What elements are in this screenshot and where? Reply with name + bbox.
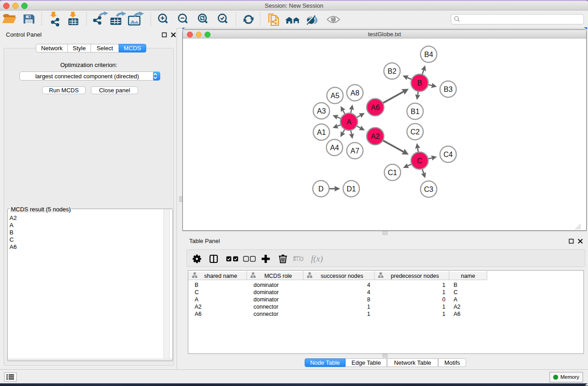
- svg-text:C1: C1: [388, 169, 397, 176]
- svg-text:A2: A2: [371, 133, 380, 140]
- svg-text:A1: A1: [317, 129, 326, 136]
- svg-text:B: B: [417, 79, 422, 87]
- svg-text:A8: A8: [350, 89, 359, 97]
- svg-text:name: name: [461, 273, 475, 279]
- svg-text:B2: B2: [387, 67, 397, 75]
- svg-text:1: 1: [442, 282, 445, 288]
- svg-text:B: B: [195, 282, 198, 288]
- svg-text:A2: A2: [195, 304, 201, 310]
- svg-text:connector: connector: [253, 304, 278, 310]
- svg-text:dominator: dominator: [253, 296, 279, 303]
- svg-text:A6: A6: [454, 311, 460, 317]
- svg-text:predecessor nodes: predecessor nodes: [391, 273, 439, 279]
- svg-text:4: 4: [367, 282, 370, 288]
- svg-text:A6: A6: [195, 311, 201, 317]
- svg-text:C: C: [195, 289, 199, 295]
- svg-text:0: 0: [442, 296, 445, 303]
- svg-text:successor nodes: successor nodes: [321, 273, 363, 279]
- svg-text:1: 1: [442, 311, 445, 317]
- svg-text:B: B: [454, 282, 457, 288]
- svg-text:A4: A4: [330, 144, 339, 152]
- svg-text:connector: connector: [253, 311, 278, 317]
- svg-text:A: A: [454, 296, 458, 303]
- svg-text:B1: B1: [411, 108, 420, 115]
- svg-text:1: 1: [367, 304, 370, 310]
- svg-text:MCDS role: MCDS role: [264, 273, 292, 279]
- svg-text:C3: C3: [424, 186, 434, 193]
- svg-text:A7: A7: [350, 147, 359, 155]
- svg-text:B4: B4: [424, 51, 433, 58]
- svg-text:A: A: [347, 118, 352, 126]
- svg-text:A6: A6: [371, 104, 380, 111]
- svg-text:dominator: dominator: [253, 289, 279, 295]
- svg-text:dominator: dominator: [253, 282, 279, 288]
- svg-text:C4: C4: [444, 151, 453, 158]
- svg-text:C2: C2: [411, 128, 420, 136]
- svg-text:A2: A2: [454, 304, 460, 310]
- svg-text:C: C: [417, 157, 422, 165]
- svg-text:1: 1: [367, 311, 370, 317]
- svg-text:A5: A5: [330, 92, 339, 100]
- svg-text:D: D: [318, 185, 324, 193]
- svg-text:shared name: shared name: [204, 273, 237, 279]
- svg-text:B3: B3: [444, 86, 453, 93]
- svg-text:8: 8: [367, 296, 370, 303]
- svg-text:C: C: [454, 289, 458, 295]
- svg-text:A: A: [195, 296, 199, 303]
- svg-text:1: 1: [442, 289, 445, 295]
- svg-text:4: 4: [367, 289, 370, 295]
- svg-text:f(x): f(x): [311, 254, 323, 264]
- svg-text:A3: A3: [317, 107, 326, 115]
- svg-text:D1: D1: [347, 185, 356, 193]
- svg-text:1: 1: [442, 304, 445, 310]
